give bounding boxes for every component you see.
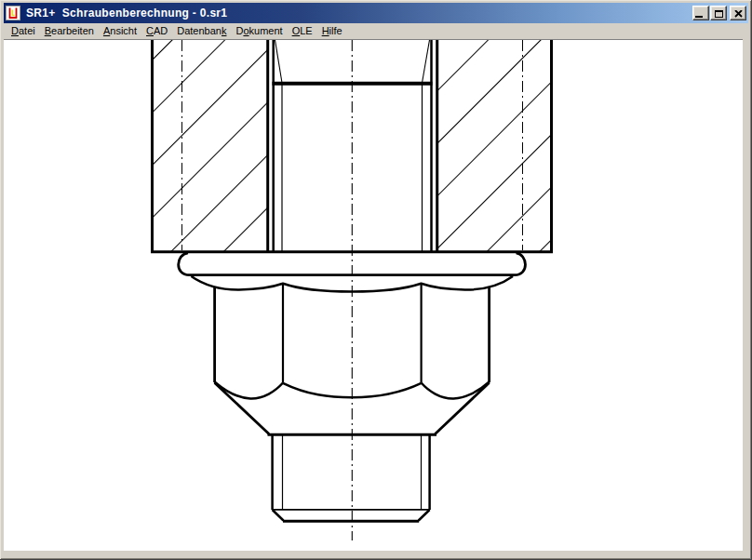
hatch-right-block: [437, 40, 552, 252]
minimize-button[interactable]: [692, 6, 709, 20]
menu-item-cad[interactable]: CAD: [141, 24, 172, 38]
menu-item-datei[interactable]: Datei: [7, 24, 40, 38]
titlebar-buttons: [692, 6, 746, 20]
bolt-section-drawing: [4, 40, 743, 551]
menu-item-ole[interactable]: OLE: [288, 24, 317, 38]
close-button[interactable]: [730, 6, 746, 20]
menu-item-dokument[interactable]: Dokument: [231, 24, 287, 38]
close-icon: [734, 10, 743, 18]
menu-item-hilfe[interactable]: Hilfe: [317, 24, 347, 38]
minimize-icon: [695, 16, 703, 18]
maximize-button[interactable]: [710, 6, 727, 20]
thread-runout-right: [423, 40, 430, 83]
window-title: SR1+ Schraubenberechnung - 0.sr1: [26, 7, 692, 20]
menu-item-ansicht[interactable]: Ansicht: [99, 24, 141, 38]
head-cone-left: [215, 383, 269, 434]
head-cone-right: [436, 383, 490, 434]
maximize-icon: [715, 10, 723, 18]
drawing-area: [4, 39, 743, 551]
title-bar[interactable]: SR1+ Schraubenberechnung - 0.sr1: [4, 3, 748, 23]
sr1-app-icon: [6, 6, 20, 20]
menu-item-bearbeiten[interactable]: Bearbeiten: [40, 24, 99, 38]
application-window: SR1+ Schraubenberechnung - 0.sr1 DateiBe…: [0, 0, 752, 560]
thread-runout-left: [275, 40, 283, 83]
hatch-left-block: [153, 40, 268, 252]
menu-bar: DateiBearbeitenAnsichtCADDatenbankDokume…: [4, 23, 748, 39]
menu-item-datenbank[interactable]: Datenbank: [172, 24, 231, 38]
